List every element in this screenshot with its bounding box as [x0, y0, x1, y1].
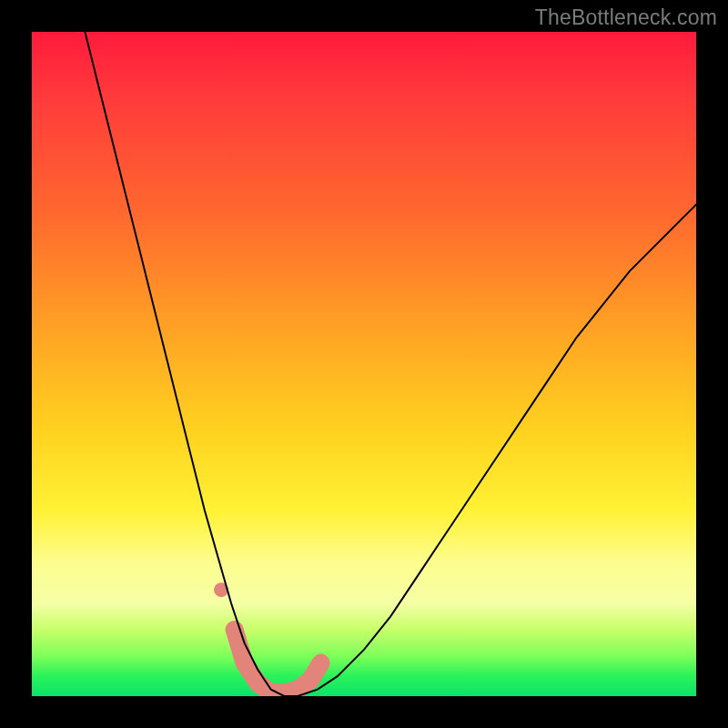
plot-area	[32, 32, 696, 696]
svg-point-0	[214, 582, 228, 597]
left-dot-marker	[214, 582, 228, 597]
watermark-text: TheBottleneck.com	[535, 5, 717, 30]
curve-layer	[32, 32, 696, 696]
chart-stage: TheBottleneck.com	[0, 0, 728, 728]
trough-highlight	[235, 630, 321, 693]
bottleneck-curve	[85, 32, 696, 696]
